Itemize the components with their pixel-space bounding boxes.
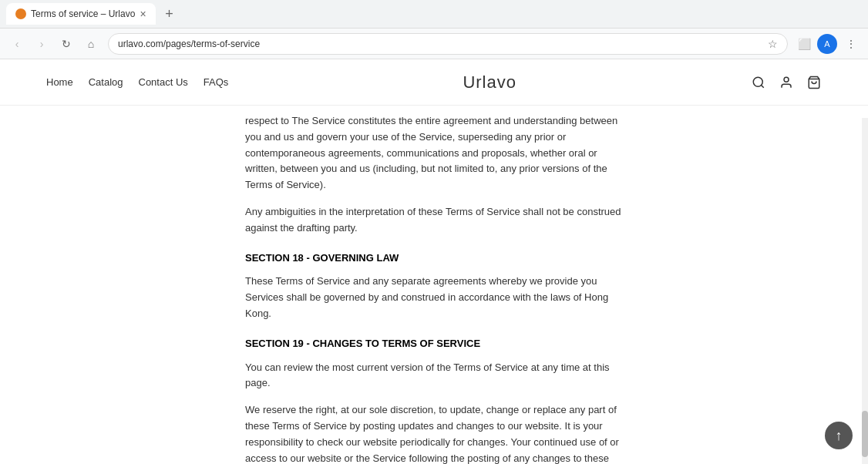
extensions-button[interactable]: ⬜ — [794, 34, 814, 54]
svg-line-1 — [761, 85, 763, 87]
section18-heading: SECTION 18 - GOVERNING LAW — [245, 250, 623, 267]
browser-controls: ‹ › ↻ ⌂ urlavo.com/pages/terms-of-servic… — [0, 29, 868, 59]
website-content: Home Catalog Contact Us FAQs Urlavo resp… — [0, 59, 868, 464]
back-to-top-button[interactable]: ↑ — [825, 422, 853, 449]
tab-title: Terms of service – Urlavo — [31, 8, 135, 19]
svg-point-2 — [784, 77, 789, 82]
nav-home[interactable]: Home — [46, 76, 73, 88]
bookmark-icon[interactable]: ☆ — [768, 38, 778, 50]
section19-para2: We reserve the right, at our sole discre… — [245, 402, 623, 464]
intro-para1: respect to The Service constitutes the e… — [245, 113, 623, 193]
profile-button[interactable]: A — [817, 34, 837, 54]
new-tab-button[interactable]: + — [159, 3, 180, 25]
svg-point-0 — [753, 77, 762, 86]
account-icon[interactable] — [779, 75, 794, 90]
tab-favicon — [15, 8, 26, 19]
section18-para: These Terms of Service and any separate … — [245, 274, 623, 321]
back-button[interactable]: ‹ — [6, 33, 28, 55]
section19-para1: You can review the most current version … — [245, 360, 623, 392]
site-logo[interactable]: Urlavo — [463, 72, 516, 92]
site-header: Home Catalog Contact Us FAQs Urlavo — [0, 59, 868, 106]
address-bar[interactable]: urlavo.com/pages/terms-of-service ☆ — [108, 33, 788, 55]
nav-contact[interactable]: Contact Us — [139, 76, 188, 88]
site-nav: Home Catalog Contact Us FAQs — [46, 76, 228, 88]
tab-bar: Terms of service – Urlavo × + — [0, 0, 868, 28]
nav-faqs[interactable]: FAQs — [204, 76, 229, 88]
forward-button[interactable]: › — [31, 33, 52, 55]
reload-button[interactable]: ↻ — [56, 33, 77, 55]
nav-catalog[interactable]: Catalog — [89, 76, 123, 88]
section19-heading: SECTION 19 - CHANGES TO TERMS OF SERVICE — [245, 336, 623, 352]
browser-chrome: Terms of service – Urlavo × + — [0, 0, 868, 29]
search-icon[interactable] — [751, 75, 766, 90]
url-text: urlavo.com/pages/terms-of-service — [118, 39, 763, 49]
browser-menu-button[interactable]: ⋮ — [840, 33, 862, 55]
intro-para2: Any ambiguities in the interpretation of… — [245, 204, 623, 237]
tab-close-button[interactable]: × — [140, 8, 146, 19]
site-icons — [751, 75, 822, 90]
scrollbar-thumb[interactable] — [862, 411, 868, 457]
main-content: respect to The Service constitutes the e… — [0, 113, 868, 464]
cart-icon[interactable] — [806, 75, 822, 90]
home-button[interactable]: ⌂ — [80, 33, 102, 55]
active-tab[interactable]: Terms of service – Urlavo × — [6, 3, 156, 25]
